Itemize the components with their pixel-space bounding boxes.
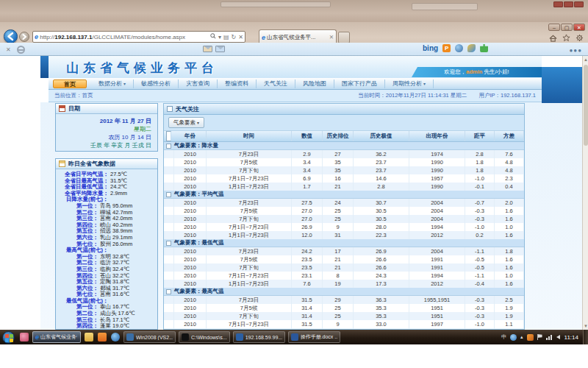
toolbar-close-icon[interactable]: ✕	[6, 46, 11, 53]
table-row[interactable]: 20101月1日~7月23日12.03122.320120.21.6	[164, 231, 524, 239]
pinned-app-icon[interactable]	[98, 333, 107, 342]
scroll-down-icon[interactable]: ▼	[583, 322, 588, 330]
home-icon[interactable]	[549, 35, 557, 43]
group-checkbox[interactable]	[166, 192, 171, 197]
table-row[interactable]: 20107月下旬27.02530.52004-0.31.6	[164, 215, 524, 223]
refresh-icon[interactable]: ↻	[232, 34, 237, 40]
browser-tab[interactable]: e 山东省气候业务平... ✕	[259, 29, 337, 44]
table-row[interactable]: 20107月5候27.02530.52004-0.31.6	[164, 207, 524, 215]
autocomplete-dropdown-icon[interactable]: ▾	[218, 34, 221, 40]
taskbar-app-button[interactable]: 192.168.59.99...	[233, 331, 285, 343]
table-row[interactable]: 20107月5候3.43523.719901.84.8	[164, 158, 524, 166]
nav-item-6[interactable]: 天气关注	[257, 79, 295, 88]
nav-item-3[interactable]: 敏感性分析	[134, 79, 179, 88]
table-cell: 2004	[409, 247, 465, 255]
column-header: 出现年份	[409, 131, 465, 141]
bing-logo[interactable]: bing	[423, 44, 438, 52]
network-icon[interactable]	[546, 335, 553, 340]
maximize-button[interactable]: ▢	[561, 24, 573, 31]
group-header-row[interactable]: 气象要素：最低气温	[164, 239, 524, 247]
table-cell: 6.9	[292, 174, 323, 183]
messenger-icon[interactable]	[455, 44, 463, 52]
ie-taskbar-button[interactable]: e 山东省气候业务平...	[32, 331, 81, 343]
table-row[interactable]: 20107月1日~7月23日26.9928.01994-1.01.0	[164, 223, 524, 231]
compatibility-view-icon[interactable]: ▤	[223, 34, 229, 40]
element-filter-button[interactable]: 气象要素▾	[168, 117, 204, 128]
select-all-checkbox[interactable]	[166, 131, 171, 141]
table-row[interactable]: 20107月23日27.52430.72004-0.72.0	[164, 199, 524, 207]
table-cell: 26.9	[292, 223, 323, 231]
group-checkbox[interactable]	[166, 144, 171, 149]
table-cell: 2010	[174, 223, 207, 231]
table-row[interactable]: 20107月下旬23.52126.61991-0.51.6	[164, 263, 524, 272]
url-text[interactable]: http://192.168.137.1/GLCCLIMATE/modules/…	[40, 34, 208, 40]
tab-close-icon[interactable]: ✕	[329, 34, 334, 40]
search-icon[interactable]	[210, 33, 216, 40]
table-row[interactable]: 20107月1日~7月23日6.91614.61957-1.02.3	[164, 174, 524, 183]
mail-icon[interactable]	[215, 46, 225, 52]
new-tab-button[interactable]	[338, 32, 350, 43]
table-row[interactable]: 20107月5候31.42535.31951-0.31.9	[164, 304, 524, 312]
solar-date: 2012 年 11 月 27 日	[56, 117, 151, 125]
camera-icon[interactable]	[467, 44, 476, 52]
tray-app-icon[interactable]	[527, 334, 534, 341]
volume-icon[interactable]	[556, 335, 560, 339]
ime-indicator[interactable]: 中	[501, 333, 506, 341]
vertical-scrollbar[interactable]: ▲ ▼	[582, 56, 588, 330]
minimize-button[interactable]: –	[548, 24, 560, 31]
table-cell: 0.4	[495, 183, 524, 191]
group-header-row[interactable]: 气象要素：平均气温	[164, 191, 524, 199]
stop-icon[interactable]: ✕	[238, 34, 243, 40]
group-checkbox[interactable]	[166, 289, 171, 294]
table-cell: -0.5	[465, 263, 495, 272]
table-row[interactable]: 20107月1日~7月23日31.5933.01997-1.01.1	[164, 320, 524, 328]
folder-icon[interactable]	[85, 333, 93, 342]
show-desktop-button[interactable]	[583, 330, 588, 344]
address-bar[interactable]: e http://192.168.137.1/GLCCLIMATE/module…	[32, 31, 245, 43]
nav-item-5[interactable]: 整编资料	[218, 79, 257, 88]
group-checkbox[interactable]	[166, 241, 171, 246]
nav-item-8[interactable]: 国家下行产品	[334, 79, 385, 88]
nav-item-4[interactable]: 灾害查询	[179, 79, 218, 88]
scroll-up-icon[interactable]: ▲	[583, 56, 588, 63]
blocked-content-icon[interactable]	[17, 46, 25, 54]
taskbar-app-button[interactable]: Win2008 (VS2...	[123, 331, 176, 343]
forward-button[interactable]	[19, 32, 29, 42]
toolbar-overflow-icon[interactable]: ●●●	[570, 47, 583, 54]
taskbar-clock[interactable]: 11:14	[564, 334, 578, 341]
tray-app-icon[interactable]	[510, 334, 517, 341]
table-row[interactable]: 20107月5候23.52126.61991-0.51.6	[164, 255, 524, 263]
start-button[interactable]	[2, 331, 15, 344]
table-cell: -0.5	[465, 255, 495, 263]
lunar-date: 农历 10 月 14 日	[56, 133, 151, 141]
tab-title[interactable]: 山东省气候业务平...	[267, 34, 329, 41]
table-row[interactable]: 20107月23日24.21726.92004-1.11.8	[164, 247, 524, 255]
table-cell: 2010	[174, 304, 207, 312]
nav-item-1[interactable]: 首页	[53, 79, 87, 88]
bing-p-icon[interactable]: P	[442, 44, 451, 52]
taskbar-app-button[interactable]: C:\Windows\s...	[179, 331, 230, 343]
group-header-row[interactable]: 气象要素：最高气温	[164, 288, 524, 296]
pinned-app-icon[interactable]	[20, 333, 29, 342]
table-row[interactable]: 20101月1日~7月23日1.7212.81990-0.10.4	[164, 183, 524, 191]
table-cell: 7月5候	[207, 158, 292, 166]
mail-icon[interactable]	[203, 46, 212, 52]
puzzle-addon-icon[interactable]	[480, 44, 488, 52]
table-row[interactable]: 20107月下旬31.42535.31951-0.31.9	[164, 312, 524, 320]
nav-item-2[interactable]: 数据分析▾	[91, 79, 134, 88]
nav-item-9[interactable]: 周期性分析▾	[385, 79, 434, 88]
media-player-icon[interactable]	[111, 333, 120, 342]
hidden-icons-arrow[interactable]: ▴	[520, 334, 523, 340]
table-row[interactable]: 20107月1日~7月23日23.1824.31994-1.11.0	[164, 272, 524, 280]
table-row[interactable]: 20107月下旬3.43523.719901.84.8	[164, 166, 524, 174]
table-row[interactable]: 20107月23日31.52936.31955,1951-0.32.5	[164, 296, 524, 304]
scrollbar-thumb[interactable]	[584, 65, 588, 146]
back-button[interactable]	[4, 29, 18, 43]
taskbar-app-button[interactable]: 操作手册.docx ...	[288, 331, 340, 343]
table-row[interactable]: 20101月1日~7月23日7.61917.32012-0.41.6	[164, 280, 524, 288]
group-header-row[interactable]: 气象要素：降水量	[164, 142, 524, 150]
nav-item-7[interactable]: 风险地图	[295, 79, 334, 88]
table-row[interactable]: 20107月23日2.92736.219742.87.6	[164, 150, 524, 158]
action-center-flag-icon[interactable]	[537, 334, 542, 340]
close-button[interactable]: ✕	[573, 24, 585, 31]
